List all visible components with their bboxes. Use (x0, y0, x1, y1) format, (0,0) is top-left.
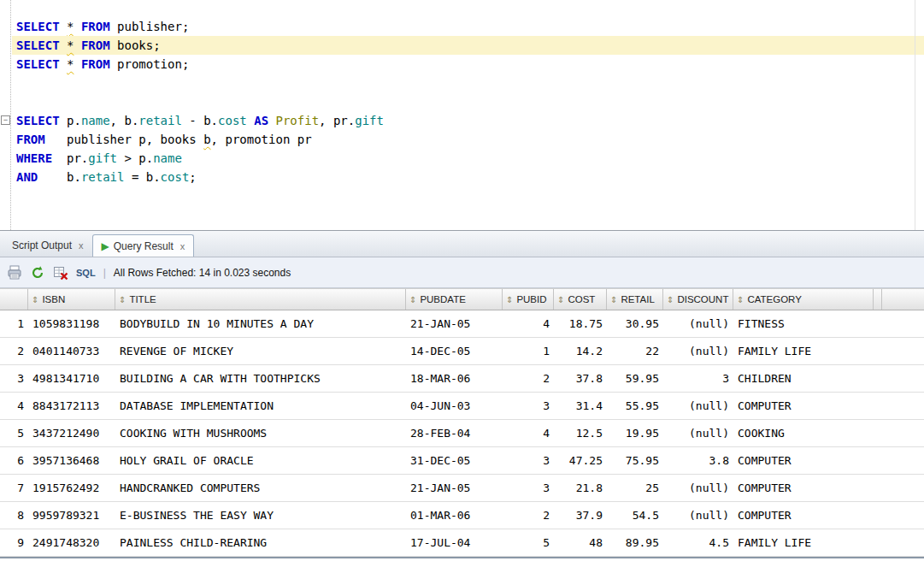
table-cell[interactable]: HANDCRANKED COMPUTERS (115, 475, 406, 501)
table-cell[interactable]: 21-JAN-05 (406, 475, 503, 501)
table-cell[interactable]: 3437212490 (28, 420, 115, 446)
table-cell[interactable]: (null) (663, 393, 733, 419)
column-header-retail[interactable]: ⇕RETAIL (607, 289, 663, 310)
table-cell[interactable]: (null) (663, 502, 733, 529)
column-header-cost[interactable]: ⇕COST (554, 289, 607, 310)
column-header-pubid[interactable]: ⇕PUBID (503, 289, 554, 310)
table-cell[interactable]: HOLY GRAIL OF ORACLE (115, 447, 406, 474)
table-cell[interactable]: 18.75 (554, 310, 607, 337)
table-cell[interactable]: 3 (503, 393, 554, 419)
refresh-icon[interactable] (30, 265, 45, 281)
table-cell[interactable]: COMPUTER (733, 393, 874, 419)
close-icon[interactable]: x (79, 240, 84, 251)
clear-result-icon[interactable] (53, 265, 68, 281)
table-row[interactable]: 11059831198BODYBUILD IN 10 MINUTES A DAY… (0, 310, 924, 338)
table-cell[interactable]: 9959789321 (28, 502, 115, 529)
table-cell[interactable]: 3.8 (663, 447, 733, 474)
table-cell[interactable]: E-BUSINESS THE EASY WAY (115, 502, 406, 529)
table-cell[interactable]: 54.5 (607, 502, 663, 529)
sql-mode-label[interactable]: SQL (76, 268, 96, 278)
sql-code-line[interactable]: SELECT * FROM publisher; (12, 17, 924, 36)
table-row[interactable]: 53437212490COOKING WITH MUSHROOMS28-FEB-… (0, 420, 924, 447)
table-cell[interactable]: 14.2 (554, 338, 607, 364)
table-cell[interactable]: 31-DEC-05 (406, 447, 503, 474)
table-cell[interactable]: 25 (607, 475, 663, 501)
table-cell[interactable]: 1915762492 (28, 475, 115, 501)
table-cell[interactable]: 89.95 (607, 529, 663, 556)
sql-code-line[interactable]: SELECT * FROM promotion; (12, 55, 924, 74)
table-cell[interactable]: 22 (607, 338, 663, 364)
row-number-cell[interactable]: 7 (0, 475, 28, 501)
column-header-title[interactable]: ⇕TITLE (115, 289, 406, 310)
row-number-cell[interactable]: 2 (0, 338, 28, 364)
table-cell[interactable]: 19.95 (607, 420, 663, 446)
table-cell[interactable]: 3 (503, 447, 554, 474)
table-cell[interactable]: 3 (503, 475, 554, 501)
table-cell[interactable]: REVENGE OF MICKEY (115, 338, 406, 364)
table-cell[interactable]: COMPUTER (733, 502, 874, 529)
table-cell[interactable]: 37.9 (554, 502, 607, 529)
table-cell[interactable]: (null) (663, 338, 733, 364)
row-number-cell[interactable]: 3 (0, 365, 28, 392)
table-row[interactable]: 89959789321E-BUSINESS THE EASY WAY01-MAR… (0, 502, 924, 529)
sql-code-line[interactable] (12, 92, 924, 111)
table-cell[interactable]: 59.95 (607, 365, 663, 392)
table-cell[interactable]: COMPUTER (733, 475, 874, 501)
table-cell[interactable]: 48 (554, 529, 607, 556)
table-cell[interactable]: 01-MAR-06 (406, 502, 503, 529)
table-cell[interactable]: 2 (503, 365, 554, 392)
table-cell[interactable]: 12.5 (554, 420, 607, 446)
sql-code-lines[interactable]: SELECT * FROM publisher;SELECT * FROM bo… (12, 0, 924, 186)
sql-code-line[interactable]: AND b.retail = b.cost; (12, 168, 924, 186)
row-number-cell[interactable]: 8 (0, 502, 28, 529)
column-header-discount[interactable]: ⇕DISCOUNT (663, 289, 733, 310)
column-header-category[interactable]: ⇕CATEGORY (733, 289, 874, 310)
table-cell[interactable]: 18-MAR-06 (406, 365, 503, 392)
sql-code-line[interactable]: WHERE pr.gift > p.name (12, 149, 924, 168)
code-fold-collapse-icon[interactable]: − (1, 115, 10, 125)
table-cell[interactable]: FAMILY LIFE (733, 529, 874, 556)
table-cell[interactable]: 04-JUN-03 (406, 393, 503, 419)
table-cell[interactable]: 4.5 (663, 529, 733, 556)
table-cell[interactable]: 21.8 (554, 475, 607, 501)
table-row[interactable]: 48843172113DATABASE IMPLEMENTATION04-JUN… (0, 393, 924, 420)
close-icon[interactable]: x (180, 241, 185, 251)
print-icon[interactable] (7, 265, 22, 281)
table-cell[interactable]: 37.8 (554, 365, 607, 392)
table-cell[interactable]: (null) (663, 420, 733, 446)
table-row[interactable]: 34981341710BUILDING A CAR WITH TOOTHPICK… (0, 365, 924, 393)
table-cell[interactable]: 8843172113 (28, 393, 115, 419)
sql-code-line[interactable]: FROM publisher p, books b, promotion pr (12, 130, 924, 149)
table-cell[interactable]: PAINLESS CHILD-REARING (115, 529, 406, 556)
table-cell[interactable]: BODYBUILD IN 10 MINUTES A DAY (115, 310, 406, 337)
table-row[interactable]: 71915762492HANDCRANKED COMPUTERS21-JAN-0… (0, 475, 924, 502)
row-number-cell[interactable]: 1 (0, 310, 28, 337)
table-cell[interactable]: 28-FEB-04 (406, 420, 503, 446)
table-cell[interactable]: COOKING WITH MUSHROOMS (115, 420, 406, 446)
table-cell[interactable]: 5 (503, 529, 554, 556)
sql-code-line[interactable] (12, 74, 924, 92)
table-cell[interactable]: 30.95 (607, 310, 663, 337)
table-cell[interactable]: FAMILY LIFE (733, 338, 874, 364)
table-cell[interactable]: 3 (663, 365, 733, 392)
table-cell[interactable]: 1 (503, 338, 554, 364)
table-cell[interactable]: 2491748320 (28, 529, 115, 556)
column-header-pubdate[interactable]: ⇕PUBDATE (406, 289, 503, 310)
sql-code-line[interactable]: −SELECT p.name, b.retail - b.cost AS Pro… (12, 111, 924, 130)
table-cell[interactable]: 55.95 (607, 393, 663, 419)
table-row[interactable]: 20401140733REVENGE OF MICKEY14-DEC-05114… (0, 338, 924, 365)
tab-query-result[interactable]: ▶ Query Result x (92, 234, 195, 257)
table-row[interactable]: 63957136468HOLY GRAIL OF ORACLE31-DEC-05… (0, 447, 924, 475)
table-cell[interactable]: DATABASE IMPLEMENTATION (115, 393, 406, 419)
table-cell[interactable]: 1059831198 (28, 310, 115, 337)
table-cell[interactable]: FITNESS (733, 310, 874, 337)
table-cell[interactable]: BUILDING A CAR WITH TOOTHPICKS (115, 365, 406, 392)
row-number-cell[interactable]: 4 (0, 393, 28, 419)
table-cell[interactable]: 3957136468 (28, 447, 115, 474)
table-cell[interactable]: (null) (663, 475, 733, 501)
table-cell[interactable]: 0401140733 (28, 338, 115, 364)
sql-editor[interactable]: SELECT * FROM publisher;SELECT * FROM bo… (0, 0, 924, 231)
table-row[interactable]: 92491748320PAINLESS CHILD-REARING17-JUL-… (0, 529, 924, 557)
table-cell[interactable]: 31.4 (554, 393, 607, 419)
table-cell[interactable]: 2 (503, 502, 554, 529)
